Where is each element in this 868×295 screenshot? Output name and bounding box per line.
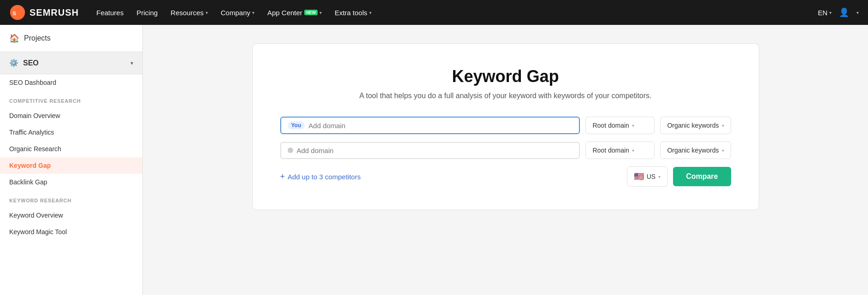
- domain-input-wrap-2: [280, 142, 580, 159]
- chevron-down-icon: ▾: [829, 10, 832, 15]
- keyword-type-dropdown-1[interactable]: Organic keywords ▾: [660, 117, 731, 134]
- sidebar-item-projects[interactable]: 🏠 Projects: [0, 25, 142, 52]
- home-icon: 🏠: [9, 33, 19, 43]
- flag-icon: 🇺🇸: [634, 171, 644, 182]
- keyword-research-title: KEYWORD RESEARCH: [0, 190, 142, 207]
- sidebar-item-keyword-magic-tool[interactable]: Keyword Magic Tool: [0, 224, 142, 240]
- sidebar-item-domain-overview[interactable]: Domain Overview: [0, 107, 142, 124]
- chevron-down-icon: ▾: [319, 10, 322, 15]
- top-navigation: S SEMRUSH Features Pricing Resources ▾ C…: [0, 0, 868, 25]
- domain-type-dropdown-1[interactable]: Root domain ▾: [585, 117, 655, 134]
- bottom-row: + Add up to 3 competitors 🇺🇸 US ▾ Compar…: [280, 166, 731, 187]
- sidebar-item-organic-research[interactable]: Organic Research: [0, 141, 142, 157]
- nav-resources[interactable]: Resources ▾: [171, 9, 208, 17]
- language-selector[interactable]: EN ▾: [818, 9, 832, 17]
- nav-app-center[interactable]: App Center NEW ▾: [267, 9, 322, 17]
- sidebar-item-backlink-gap[interactable]: Backlink Gap: [0, 174, 142, 190]
- sidebar-item-traffic-analytics[interactable]: Traffic Analytics: [0, 124, 142, 141]
- nav-extra-tools[interactable]: Extra tools ▾: [335, 9, 372, 17]
- chevron-down-icon: ▾: [856, 10, 859, 15]
- nav-features[interactable]: Features: [96, 9, 124, 17]
- user-menu[interactable]: 👤: [839, 7, 849, 18]
- keyword-type-dropdown-2[interactable]: Organic keywords ▾: [660, 142, 731, 159]
- chevron-down-icon: ▾: [130, 60, 133, 66]
- plus-icon: +: [280, 172, 285, 182]
- settings-icon: ⚙️: [9, 59, 18, 67]
- main-content: Keyword Gap A tool that helps you do a f…: [143, 25, 868, 295]
- sidebar-item-keyword-gap[interactable]: Keyword Gap: [0, 157, 142, 174]
- sidebar: 🏠 Projects ⚙️ SEO ▾ SEO Dashboard COMPET…: [0, 25, 143, 295]
- chevron-down-icon: ▾: [206, 10, 208, 15]
- projects-label: Projects: [24, 34, 51, 42]
- logo-text: SEMRUSH: [30, 7, 79, 18]
- nav-right: EN ▾ 👤 ▾: [818, 7, 859, 18]
- chevron-down-icon: ▾: [722, 123, 724, 128]
- competitive-research-title: COMPETITIVE RESEARCH: [0, 91, 142, 107]
- chevron-down-icon: ▾: [369, 10, 372, 15]
- domain-input-1[interactable]: [308, 122, 573, 130]
- add-competitors-button[interactable]: + Add up to 3 competitors: [280, 172, 361, 182]
- svg-text:S: S: [12, 10, 16, 16]
- sidebar-item-seo-dashboard[interactable]: SEO Dashboard: [0, 74, 142, 91]
- country-selector[interactable]: 🇺🇸 US ▾: [627, 166, 667, 187]
- nav-pricing[interactable]: Pricing: [136, 9, 158, 17]
- right-controls: 🇺🇸 US ▾ Compare: [627, 166, 731, 187]
- page-subtitle: A tool that helps you do a full analysis…: [280, 92, 731, 100]
- logo[interactable]: S SEMRUSH: [9, 4, 79, 21]
- new-badge: NEW: [304, 10, 318, 15]
- you-badge: You: [288, 121, 305, 130]
- domain-row-1: You Root domain ▾ Organic keywords ▾: [280, 117, 731, 134]
- domain-input-2[interactable]: [297, 147, 573, 154]
- domain-row-2: Root domain ▾ Organic keywords ▾: [280, 142, 731, 159]
- page-title: Keyword Gap: [280, 67, 731, 86]
- chevron-down-icon: ▾: [252, 10, 254, 15]
- chevron-down-icon: ▾: [658, 174, 661, 179]
- keyword-gap-card: Keyword Gap A tool that helps you do a f…: [252, 43, 759, 210]
- dot-indicator: [288, 148, 293, 153]
- chevron-down-icon: ▾: [632, 148, 634, 153]
- sidebar-seo-section[interactable]: ⚙️ SEO ▾: [0, 52, 142, 74]
- compare-button[interactable]: Compare: [673, 167, 731, 186]
- chevron-down-icon: ▾: [632, 123, 634, 128]
- seo-label: SEO: [23, 59, 126, 67]
- sidebar-item-keyword-overview[interactable]: Keyword Overview: [0, 207, 142, 224]
- nav-company[interactable]: Company ▾: [221, 9, 254, 17]
- domain-input-wrap-1: You: [280, 117, 580, 134]
- chevron-down-icon: ▾: [722, 148, 724, 153]
- domain-type-dropdown-2[interactable]: Root domain ▾: [585, 142, 655, 159]
